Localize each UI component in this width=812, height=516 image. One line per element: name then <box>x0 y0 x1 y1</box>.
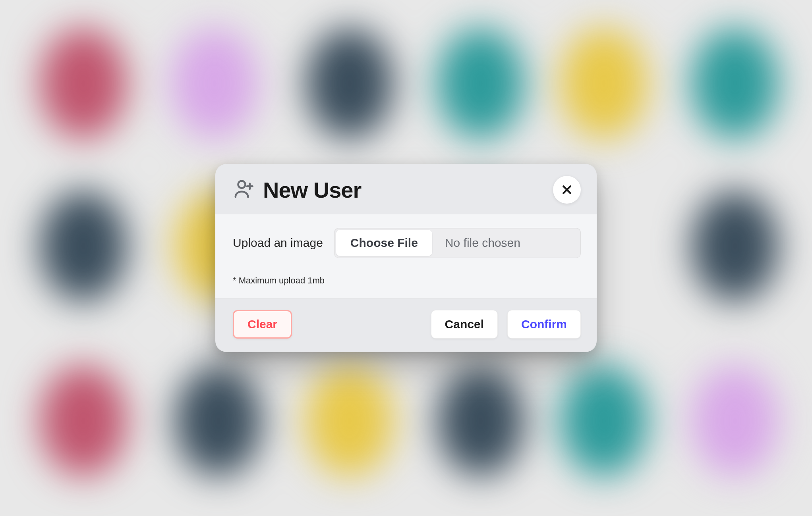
cancel-button[interactable]: Cancel <box>431 310 498 339</box>
close-icon <box>561 184 573 196</box>
svg-point-0 <box>238 181 246 188</box>
upload-row: Upload an image Choose File No file chos… <box>233 228 581 258</box>
file-picker: Choose File No file chosen <box>334 228 581 258</box>
confirm-button[interactable]: Confirm <box>507 310 581 339</box>
user-plus-icon <box>233 178 254 201</box>
modal-overlay: New User Upload an image Choose File No … <box>0 0 812 516</box>
modal-title: New User <box>263 177 544 203</box>
upload-note: * Maximum upload 1mb <box>233 275 581 286</box>
upload-label: Upload an image <box>233 236 323 250</box>
modal-footer: Clear Cancel Confirm <box>215 298 597 352</box>
new-user-modal: New User Upload an image Choose File No … <box>215 164 597 352</box>
modal-header: New User <box>215 164 597 214</box>
file-status-text: No file chosen <box>434 228 580 258</box>
clear-button[interactable]: Clear <box>233 310 292 339</box>
modal-body: Upload an image Choose File No file chos… <box>215 214 597 298</box>
choose-file-button[interactable]: Choose File <box>336 230 432 256</box>
close-button[interactable] <box>553 176 581 204</box>
